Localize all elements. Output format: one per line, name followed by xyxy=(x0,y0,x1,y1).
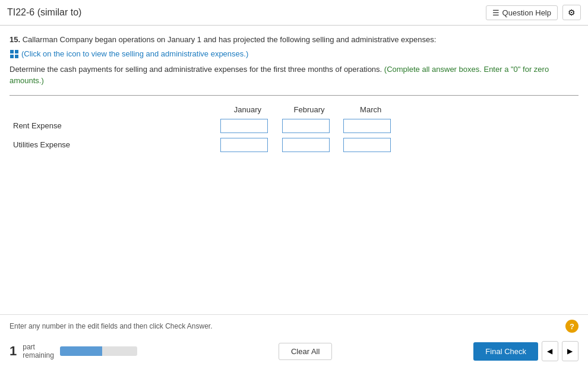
enter-note-text: Enter any number in the edit fields and … xyxy=(10,322,213,330)
page-header: TI22-6 (similar to) ☰ Question Help ⚙ xyxy=(0,0,588,26)
question-intro: 15. Callarman Company began operations o… xyxy=(10,34,578,46)
utilities-february-input[interactable] xyxy=(282,138,330,152)
gear-button[interactable]: ⚙ xyxy=(562,5,581,20)
svg-rect-3 xyxy=(15,55,18,58)
col-header-january: January xyxy=(217,103,279,116)
part-number: 1 xyxy=(10,345,17,358)
utilities-march-input[interactable] xyxy=(343,138,391,152)
footer-controls: 1 part remaining Clear All Final Check ◀… xyxy=(0,337,588,366)
utilities-mar-cell xyxy=(340,135,402,154)
enter-note-row: Enter any number in the edit fields and … xyxy=(0,315,588,337)
footer-center: Clear All xyxy=(279,343,332,360)
rent-expense-label: Rent Expense xyxy=(10,116,217,135)
final-check-button[interactable]: Final Check xyxy=(473,342,538,361)
part-text: part xyxy=(23,343,54,351)
table-row: Rent Expense xyxy=(10,116,402,135)
rent-february-input[interactable] xyxy=(282,119,330,133)
expenses-table: January February March Rent Expense Util… xyxy=(10,103,402,154)
rent-march-input[interactable] xyxy=(343,119,391,133)
svg-rect-0 xyxy=(10,50,14,53)
rent-feb-cell xyxy=(279,116,340,135)
progress-bar-fill xyxy=(60,346,103,356)
progress-bar xyxy=(60,346,137,356)
clear-all-button[interactable]: Clear All xyxy=(279,343,332,360)
question-help-button[interactable]: ☰ Question Help xyxy=(486,5,558,20)
next-button[interactable]: ▶ xyxy=(562,341,578,361)
prev-button[interactable]: ◀ xyxy=(542,341,558,361)
svg-rect-1 xyxy=(15,50,18,53)
col-header-february: February xyxy=(279,103,340,116)
utilities-january-input[interactable] xyxy=(220,138,268,152)
footer-area: Enter any number in the edit fields and … xyxy=(0,314,588,366)
col-header-label xyxy=(10,103,217,116)
page-title: TI22-6 (similar to) xyxy=(7,7,81,18)
col-header-march: March xyxy=(340,103,402,116)
rent-mar-cell xyxy=(340,116,402,135)
rent-jan-cell xyxy=(217,116,279,135)
utilities-jan-cell xyxy=(217,135,279,154)
icon-link-row: (Click on the icon to view the selling a… xyxy=(10,49,578,64)
utilities-expense-label: Utilities Expense xyxy=(10,135,217,154)
rent-january-input[interactable] xyxy=(220,119,268,133)
instruction-text: Determine the cash payments for selling … xyxy=(10,64,578,87)
part-info: part remaining xyxy=(23,343,54,359)
grid-icon xyxy=(10,49,19,59)
main-content: 15. Callarman Company began operations o… xyxy=(0,26,588,163)
gear-icon: ⚙ xyxy=(568,8,576,17)
expenses-link[interactable]: (Click on the icon to view the selling a… xyxy=(10,49,248,59)
footer-right: Final Check ◀ ▶ xyxy=(473,341,578,361)
footer-left: 1 part remaining xyxy=(10,343,137,359)
header-actions: ☰ Question Help ⚙ xyxy=(486,5,581,20)
list-icon: ☰ xyxy=(492,8,500,17)
remaining-text: remaining xyxy=(23,351,54,359)
help-circle-button[interactable]: ? xyxy=(565,320,578,333)
svg-rect-2 xyxy=(10,55,14,58)
table-row: Utilities Expense xyxy=(10,135,402,154)
divider xyxy=(10,95,578,96)
utilities-feb-cell xyxy=(279,135,340,154)
